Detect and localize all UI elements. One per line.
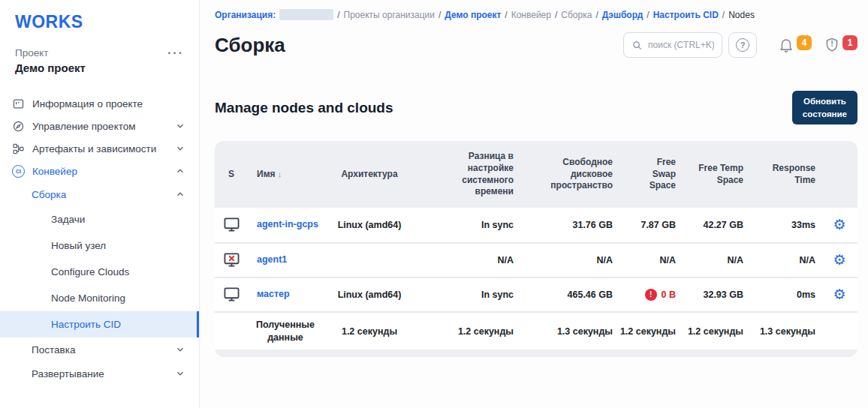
compass-icon xyxy=(12,120,25,133)
sidebar-item-configure-clouds[interactable]: Configure Clouds xyxy=(0,259,199,285)
sidebar-item-label: Сборка xyxy=(32,189,167,200)
project-label: Проект xyxy=(15,47,48,58)
sidebar-item-new-node[interactable]: Новый узел xyxy=(0,232,199,259)
sidebar: WORKS Проект ··· Демо проект Информация … xyxy=(0,0,200,408)
column-header-response-time: Response Time xyxy=(749,163,821,186)
sidebar-nav: Информация о проекте Управление проектом… xyxy=(0,92,199,386)
sidebar-item-label: Поставка xyxy=(32,344,167,356)
column-header-clock-diff: Разница в настройке системного времени xyxy=(416,151,520,197)
breadcrumb-item[interactable]: Дэшборд xyxy=(602,10,643,20)
sidebar-item-label: Настроить CID xyxy=(51,319,183,330)
sidebar-item-label: Развертывание xyxy=(32,368,167,380)
response-time-cell: 33ms xyxy=(749,220,821,230)
architecture-cell: Linux (amd64) xyxy=(323,220,416,230)
shield-exclamation-glyph: ! xyxy=(824,39,840,48)
chevron-down-icon xyxy=(175,344,185,355)
search-input[interactable] xyxy=(648,40,714,50)
breadcrumb-separator: / xyxy=(555,10,557,20)
chevron-up-icon xyxy=(175,166,185,176)
nodes-table: S Имя ↓ Архитектура Разница в настройке … xyxy=(215,141,857,357)
footer-label: Полученные данные xyxy=(248,319,323,344)
node-row: agent1 N/A N/A N/A N/A N/A ⚙ xyxy=(215,242,857,277)
project-info-icon xyxy=(12,98,25,110)
footer-free-temp: 1.2 секунды xyxy=(682,326,749,337)
alerts-button[interactable]: ! 1 xyxy=(824,37,857,53)
sidebar-item-label: Node Monitoring xyxy=(51,292,185,304)
search-icon xyxy=(631,40,643,51)
chevron-down-icon xyxy=(175,121,185,131)
sidebar-item-label: Новый узел xyxy=(51,240,185,251)
node-name-link[interactable]: мастер xyxy=(257,289,290,301)
footer-free-swap: 1.2 секунды xyxy=(619,326,682,337)
notifications-button[interactable]: 4 xyxy=(778,37,812,53)
node-settings-gear-icon[interactable]: ⚙ xyxy=(833,253,845,267)
footer-free-disk: 1.3 секунды xyxy=(520,326,619,337)
breadcrumb: Организация: / Проекты организации / Дем… xyxy=(215,9,857,20)
chevron-down-icon xyxy=(175,368,185,379)
sidebar-item-deployment[interactable]: Развертывание xyxy=(0,362,199,386)
main-content: Организация: / Проекты организации / Дем… xyxy=(200,0,868,408)
column-header-architecture: Архитектура xyxy=(323,169,416,181)
refresh-button-line1: Обновить xyxy=(803,97,846,106)
footer-response-time: 1.3 секунды xyxy=(749,326,821,337)
breadcrumb-separator: / xyxy=(595,10,598,20)
shield-alert-icon: ! xyxy=(824,37,840,53)
chevron-up-icon xyxy=(175,189,185,200)
artifacts-icon xyxy=(12,142,25,155)
footer-clock-diff: 1.2 секунды xyxy=(416,326,520,337)
status-cell xyxy=(215,217,248,232)
free-swap-cell: 7.87 GB xyxy=(619,220,682,230)
table-footer-row: Полученные данные 1.2 секунды 1.2 секунд… xyxy=(215,311,857,350)
breadcrumb-item[interactable]: Демо проект xyxy=(445,10,501,20)
sidebar-item-label: Конвейер xyxy=(32,166,167,177)
response-time-cell: N/A xyxy=(749,255,821,266)
response-time-cell: 0ms xyxy=(749,290,821,300)
column-header-name-label: Имя xyxy=(257,169,276,179)
section-heading: Manage nodes and clouds xyxy=(215,100,393,116)
node-name-link[interactable]: agent1 xyxy=(257,254,287,266)
sidebar-item-artifacts[interactable]: Артефакты и зависимости xyxy=(0,137,199,160)
section-header: Manage nodes and clouds Обновить состоян… xyxy=(215,91,857,124)
breadcrumb-org-label[interactable]: Организация: xyxy=(215,10,276,20)
search-box[interactable] xyxy=(623,32,722,58)
free-disk-cell: N/A xyxy=(520,255,619,266)
table-header-row: S Имя ↓ Архитектура Разница в настройке … xyxy=(215,141,857,207)
sidebar-item-delivery[interactable]: Поставка xyxy=(0,338,199,362)
help-icon: ? xyxy=(736,38,749,52)
column-header-free-disk: Свободное дисковое пространство xyxy=(520,157,619,192)
sidebar-item-project-management[interactable]: Управление проектом xyxy=(0,115,199,137)
computer-offline-icon xyxy=(223,252,240,268)
node-name-link[interactable]: agent-in-gcps xyxy=(257,219,318,231)
sidebar-item-label: Управление проектом xyxy=(32,121,167,132)
free-temp-cell: 42.27 GB xyxy=(682,220,749,230)
help-button[interactable]: ? xyxy=(728,32,757,58)
column-header-status: S xyxy=(215,169,248,181)
breadcrumb-item[interactable]: Настроить CID xyxy=(653,10,719,20)
sidebar-item-node-monitoring[interactable]: Node Monitoring xyxy=(0,285,199,311)
breadcrumb-separator: / xyxy=(646,10,649,20)
sidebar-item-label: Артефакты и зависимости xyxy=(32,143,167,154)
refresh-button-line2: состояние xyxy=(803,110,847,118)
sidebar-item-tasks[interactable]: Задачи xyxy=(0,206,199,232)
more-menu-icon[interactable]: ··· xyxy=(167,50,184,57)
column-header-free-swap: Free Swap Space xyxy=(619,157,682,192)
breadcrumb-item: Сборка xyxy=(561,10,592,20)
refresh-state-button[interactable]: Обновить состояние xyxy=(792,91,857,124)
node-settings-gear-icon[interactable]: ⚙ xyxy=(833,218,845,232)
page-title: Сборка xyxy=(215,34,285,57)
error-exclamation-icon: ! xyxy=(645,289,657,301)
sidebar-item-pipeline[interactable]: CI Конвейер xyxy=(0,160,199,182)
column-header-name[interactable]: Имя ↓ xyxy=(248,169,323,181)
sidebar-item-label: Информация о проекте xyxy=(32,98,185,110)
breadcrumb-separator: / xyxy=(505,10,507,20)
sidebar-item-project-info[interactable]: Информация о проекте xyxy=(0,92,199,115)
sidebar-item-configure-cid[interactable]: Настроить CID xyxy=(0,311,199,338)
notification-count-badge: 4 xyxy=(797,35,812,50)
sidebar-item-label: Configure Clouds xyxy=(51,266,185,278)
node-row: мастер Linux (amd64) In sync 465.46 GB !… xyxy=(215,277,857,311)
breadcrumb-item-current: Nodes xyxy=(728,10,755,20)
sidebar-item-build[interactable]: Сборка xyxy=(0,182,199,206)
free-swap-cell: N/A xyxy=(619,255,682,266)
works-logo[interactable]: WORKS xyxy=(15,12,199,32)
node-settings-gear-icon[interactable]: ⚙ xyxy=(833,287,845,302)
